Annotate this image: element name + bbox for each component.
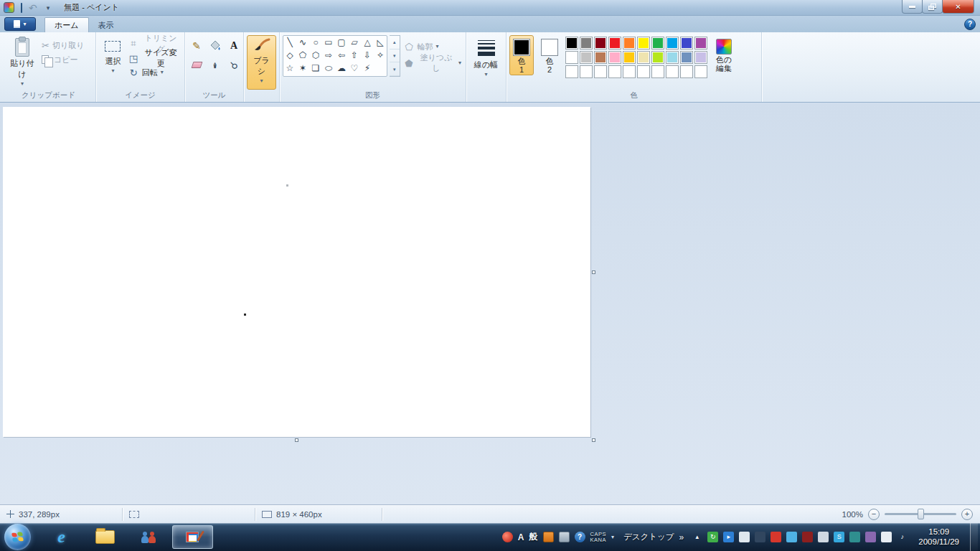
shape-line[interactable]: ╲ [283, 36, 296, 49]
palette-cell[interactable] [680, 37, 693, 50]
edit-colors-button[interactable]: 色の編集 [711, 35, 737, 74]
palette-cell[interactable] [680, 51, 693, 64]
qat-customize-button[interactable]: ▾ [44, 4, 53, 11]
brushes-button[interactable]: ブラシ ▾ [247, 35, 276, 90]
shapes-scroll-down-button[interactable]: ▾ [390, 50, 400, 63]
ime-pad-icon[interactable] [559, 532, 570, 542]
line-width-button[interactable]: 線の幅 ▾ [470, 35, 503, 90]
ime-input-mode[interactable]: A [518, 532, 524, 542]
taskbar-explorer-button[interactable] [85, 525, 126, 549]
eraser-tool[interactable] [188, 56, 205, 74]
tray-phone-icon[interactable] [881, 532, 892, 542]
restore-button[interactable] [922, 0, 943, 14]
palette-cell[interactable] [694, 65, 707, 78]
canvas-resize-handle-corner[interactable] [592, 438, 595, 442]
zoom-out-button[interactable]: − [868, 509, 880, 520]
shape-cloud-callout[interactable]: ☁ [335, 62, 348, 75]
palette-cell[interactable] [565, 37, 578, 50]
paint-app-icon[interactable] [4, 2, 14, 13]
minimize-button[interactable] [902, 0, 923, 14]
tray-sync-icon[interactable]: ↻ [707, 532, 718, 542]
canvas[interactable] [3, 107, 590, 437]
desktop-toolbar-label[interactable]: デスクトップ [623, 532, 674, 542]
shape-hexagon[interactable]: ⬡ [309, 49, 322, 62]
palette-cell[interactable] [594, 65, 607, 78]
shape-oval[interactable]: ○ [309, 36, 322, 49]
tab-view[interactable]: 表示 [89, 17, 123, 32]
shape-fill-button[interactable]: ⬟ 塗りつぶし ▾ [402, 56, 463, 70]
close-button[interactable]: ✕ [942, 0, 974, 14]
shapes-more-button[interactable]: ▾ [390, 62, 400, 76]
zoom-slider-thumb[interactable] [918, 509, 924, 519]
canvas-resize-handle-bottom[interactable] [295, 438, 298, 442]
palette-cell[interactable] [580, 51, 593, 64]
palette-cell[interactable] [594, 51, 607, 64]
palette-cell[interactable] [637, 65, 650, 78]
shape-rectangle[interactable]: ▭ [322, 36, 335, 49]
tray-updater-icon[interactable] [802, 532, 813, 542]
select-button[interactable]: 選択 ▾ [99, 35, 127, 90]
shape-left-arrow[interactable]: ⇦ [335, 49, 348, 62]
shape-curve[interactable]: ∿ [296, 36, 309, 49]
palette-cell[interactable] [565, 65, 578, 78]
tray-display-icon[interactable] [755, 532, 765, 542]
ime-options-arrow[interactable]: ▾ [611, 534, 614, 540]
ime-conversion-mode[interactable]: 般 [529, 531, 538, 543]
palette-cell[interactable] [694, 37, 707, 50]
copy-button[interactable]: コピー [40, 52, 85, 67]
application-menu-button[interactable]: ▾ [4, 17, 36, 31]
taskbar-internet-explorer-button[interactable]: e [41, 525, 82, 549]
show-desktop-button[interactable] [970, 523, 978, 551]
palette-cell[interactable] [608, 51, 621, 64]
color-picker-tool[interactable]: ✒ [207, 56, 224, 74]
palette-cell[interactable] [580, 37, 593, 50]
palette-cell[interactable] [694, 51, 707, 64]
palette-cell[interactable] [651, 65, 664, 78]
paste-button[interactable]: 貼り付け ▾ [4, 35, 40, 90]
tray-security-icon[interactable] [502, 532, 513, 542]
tray-volume-icon[interactable]: ♪ [897, 532, 908, 542]
shape-lightning[interactable]: ⚡ [361, 62, 374, 75]
shape-polygon[interactable]: ▱ [348, 36, 361, 49]
shape-triangle[interactable]: △ [361, 36, 374, 49]
zoom-in-button[interactable]: + [961, 509, 973, 520]
palette-cell[interactable] [623, 65, 636, 78]
ime-help-icon[interactable]: ? [575, 532, 585, 542]
pencil-tool[interactable]: ✎ [188, 37, 205, 55]
tray-tablet-input-icon[interactable] [739, 532, 750, 542]
shape-heart[interactable]: ♡ [348, 62, 361, 75]
text-tool[interactable]: A [225, 37, 242, 55]
palette-cell[interactable] [637, 37, 650, 50]
canvas-resize-handle-right[interactable] [592, 270, 595, 274]
start-button[interactable] [4, 524, 31, 550]
palette-cell[interactable] [594, 37, 607, 50]
color2-button[interactable]: 色 2 [537, 35, 562, 75]
shape-four-point-star[interactable]: ✧ [374, 49, 387, 62]
tray-language-icon[interactable] [818, 532, 829, 542]
palette-cell[interactable] [666, 51, 679, 64]
shape-right-arrow[interactable]: ⇨ [322, 49, 335, 62]
palette-cell[interactable] [666, 37, 679, 50]
taskbar-paint-button[interactable] [172, 525, 213, 549]
tray-skype-icon[interactable]: S [834, 532, 844, 542]
palette-cell[interactable] [666, 65, 679, 78]
shape-down-arrow[interactable]: ⇩ [361, 49, 374, 62]
rotate-button[interactable]: ↻ 回転 ▾ [127, 65, 182, 80]
ime-caps-kana-indicator[interactable]: CAPS KANA [590, 532, 606, 543]
fill-tool[interactable] [207, 37, 224, 55]
shape-pentagon[interactable]: ⬠ [296, 49, 309, 62]
shape-right-triangle[interactable]: ◺ [374, 36, 387, 49]
palette-cell[interactable] [608, 37, 621, 50]
outline-button[interactable]: ⬠ 輪郭 ▾ [402, 39, 463, 54]
shape-six-point-star[interactable]: ✶ [296, 62, 309, 75]
color1-button[interactable]: 色 1 [509, 35, 534, 75]
ime-toolbox-icon[interactable] [543, 532, 554, 542]
shape-oval-callout[interactable]: ⬭ [322, 62, 335, 75]
desktop-toolbar-overflow[interactable]: » [679, 532, 684, 542]
tray-network-icon[interactable] [849, 532, 860, 542]
shape-up-arrow[interactable]: ⇧ [348, 49, 361, 62]
undo-button[interactable]: ↶ [29, 3, 37, 13]
palette-cell[interactable] [580, 65, 593, 78]
tray-hidden-icons-button[interactable]: ▴ [692, 532, 702, 542]
tray-usb-icon[interactable] [865, 532, 876, 542]
